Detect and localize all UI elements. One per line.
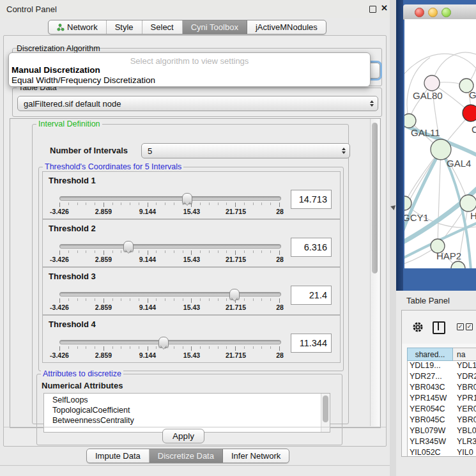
list-scrollbar[interactable] — [321, 394, 330, 432]
table-row[interactable]: YPR145WYPR1 — [408, 394, 476, 404]
slider-ticks — [59, 298, 280, 303]
table-row[interactable]: YBL079WYBL0 — [408, 426, 476, 437]
table-row[interactable]: YIL052CYIL0 — [408, 448, 476, 457]
slider-ticks — [59, 250, 280, 255]
zoom-light-icon[interactable] — [441, 8, 451, 17]
network-window-titlebar[interactable] — [403, 4, 476, 20]
settings-scroll-area: Interval Definition Number of Intervals … — [10, 118, 381, 428]
node-label-hap2: HAP2 — [436, 250, 461, 261]
dropdown-placeholder: Select algorithm to view settings — [9, 56, 370, 66]
algorithm-dropdown-popup: Select algorithm to view settings Manual… — [8, 52, 371, 87]
slider-track[interactable] — [59, 244, 281, 249]
threshold-3-value-input[interactable] — [291, 286, 332, 305]
table-toolbar: ✓ ✓ — [402, 311, 476, 344]
table-data-value: galFiltered.sif default node — [24, 99, 121, 109]
slider-track[interactable] — [59, 196, 281, 201]
node-label-partial: G. — [469, 89, 476, 100]
divider — [0, 465, 390, 466]
split-columns-icon[interactable] — [433, 321, 445, 334]
table-data-group: Table Data galFiltered.sif default node — [12, 88, 382, 117]
column-header-name[interactable]: na — [453, 348, 476, 361]
node-label-gal80: GAL80 — [413, 90, 443, 101]
gear-icon[interactable] — [412, 321, 424, 333]
slider-thumb[interactable] — [123, 241, 134, 252]
thresholds-group: Threshold's Coordinates for 5 Intervals … — [38, 167, 344, 371]
threshold-4-value-input[interactable] — [291, 334, 332, 353]
dropdown-option-manual-discretization[interactable]: Manual Discretization — [12, 65, 100, 75]
list-item[interactable]: SelfLoops — [52, 395, 88, 404]
threshold-2-slider[interactable]: -3.426 2.859 9.144 15.43 21.715 28 — [59, 220, 280, 265]
slider-thumb[interactable] — [158, 337, 169, 348]
checkbox-icon[interactable]: ✓ — [466, 323, 473, 330]
table-data-combobox[interactable]: galFiltered.sif default node — [17, 96, 378, 111]
column-header-shared-name[interactable]: shared... — [407, 348, 453, 361]
node-label-gal4: GAL4 — [447, 158, 471, 169]
tab-style[interactable]: Style — [107, 20, 142, 34]
threshold-3-slider[interactable]: -3.426 2.859 9.144 15.43 21.715 28 — [59, 268, 280, 312]
close-icon[interactable]: ✕ — [381, 3, 388, 13]
control-panel: Control Panel ✕ Network Style Select Cyn… — [0, 0, 390, 476]
threshold-row-2: Threshold 2 -3.426 2.859 9.144 15.43 21.… — [42, 219, 341, 267]
tab-cyni-toolbox[interactable]: Cyni Toolbox — [183, 20, 247, 34]
slider-thumb[interactable] — [182, 193, 192, 204]
stepper-arrows-icon — [370, 100, 374, 107]
slider-ticks — [59, 346, 280, 351]
main-tab-bar: Network Style Select Cyni Toolbox jActiv… — [48, 20, 326, 35]
interval-definition-label: Interval Definition — [36, 119, 102, 128]
number-of-intervals-combobox[interactable]: 5 — [141, 143, 350, 158]
threshold-2-value-input[interactable] — [291, 238, 332, 257]
network-graph: GAL80 G. C GAL11 GAL4 GCY1 H HAP2 — [404, 19, 476, 268]
table-panel-title: Table Panel — [406, 296, 450, 305]
scrollbar-thumb[interactable] — [372, 123, 378, 273]
slider-track[interactable] — [59, 340, 281, 344]
table-row[interactable]: YDR27...YDR2 — [408, 372, 476, 383]
node-label-gcy1: GCY1 — [404, 212, 429, 223]
tab-select[interactable]: Select — [142, 20, 183, 34]
float-window-icon[interactable] — [369, 6, 376, 13]
table-row[interactable]: YBR043CYBR0 — [408, 383, 476, 394]
node-gal11 — [404, 114, 416, 128]
dropdown-option-equal-width-frequency[interactable]: Equal Width/Frequency Discretization — [12, 75, 155, 85]
node-label-partial: H — [470, 210, 476, 221]
mouse-cursor — [390, 204, 395, 210]
node-gal80 — [424, 75, 440, 91]
vertical-scrollbar[interactable] — [370, 119, 380, 426]
table-row[interactable]: YDL19...YDL1 — [408, 361, 476, 372]
list-item[interactable]: TopologicalCoefficient — [52, 406, 130, 415]
node-gal4 — [431, 139, 451, 160]
tab-jactivemnodules[interactable]: jActiveMNodules — [247, 20, 326, 34]
scrollbar-thumb[interactable] — [323, 395, 328, 422]
slider-tick-labels: -3.426 2.859 9.144 15.43 21.715 28 — [59, 256, 280, 263]
table-header-row: shared... na — [407, 348, 476, 361]
checkbox-icon[interactable]: ✓ — [457, 323, 464, 330]
stepper-arrows-icon — [342, 148, 346, 154]
table-panel-inner: ✓ ✓ shared... na YDL19...YDL1 YDR27...YD… — [401, 310, 476, 457]
threshold-row-3: Threshold 3 -3.426 2.859 9.144 15.43 21.… — [42, 267, 341, 315]
window-frame — [396, 0, 403, 291]
network-canvas[interactable]: GAL80 G. C GAL11 GAL4 GCY1 H HAP2 — [404, 19, 476, 268]
node-red — [463, 105, 476, 121]
node-label-gal11: GAL11 — [411, 127, 440, 138]
threshold-4-slider[interactable]: -3.426 2.859 9.144 15.43 21.715 28 — [59, 316, 280, 360]
slider-tick-labels: -3.426 2.859 9.144 15.43 21.715 28 — [59, 303, 280, 311]
tab-discretize-data[interactable]: Discretize Data — [150, 449, 223, 463]
discretization-algorithm-label: Discretization Algorithm — [17, 44, 100, 53]
slider-track[interactable] — [59, 292, 281, 296]
table-row[interactable]: YLR345WYLR3 — [408, 437, 476, 448]
apply-button[interactable]: Apply — [162, 429, 204, 443]
tab-network[interactable]: Network — [49, 20, 107, 34]
table-row[interactable]: YER054CYER0 — [408, 404, 476, 415]
tab-infer-network[interactable]: Infer Network — [223, 449, 289, 463]
attributes-group-label: Attributes to discretize — [41, 369, 123, 378]
tab-impute-data[interactable]: Impute Data — [87, 449, 150, 463]
list-item[interactable]: BetweennessCentrality — [52, 416, 134, 425]
minimize-light-icon[interactable] — [428, 8, 438, 17]
threshold-row-4: Threshold 4 -3.426 2.859 9.144 15.43 21.… — [42, 315, 341, 363]
threshold-1-value-input[interactable] — [291, 190, 332, 209]
slider-thumb[interactable] — [229, 289, 240, 300]
node — [460, 195, 476, 211]
threshold-1-slider[interactable]: -3.426 2.859 9.144 15.43 21.715 28 — [59, 172, 280, 217]
panel-title: Control Panel — [6, 4, 57, 14]
close-light-icon[interactable] — [415, 8, 424, 17]
table-row[interactable]: YBR045CYBR0 — [408, 415, 476, 426]
